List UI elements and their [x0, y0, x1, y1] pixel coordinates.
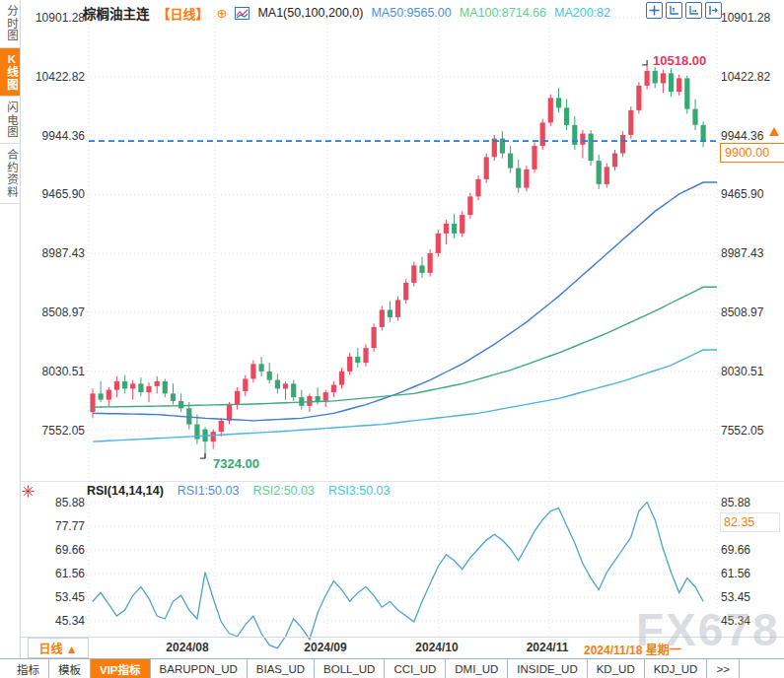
chart-title-bar: 棕榈油主连 【日线】 ⊕ MA1(50,100,200,0) MA50:9565…: [83, 3, 610, 23]
fit-vertical-axis-icon[interactable]: [666, 2, 682, 19]
ma200-value: MA200:82: [554, 6, 610, 20]
toolbar-tab-kdj[interactable]: KDJ_UD: [645, 659, 708, 678]
sidebar-tab-contract-info[interactable]: 合约资料: [0, 144, 20, 204]
toolbar-tab-dmi[interactable]: DMI_UD: [446, 659, 508, 678]
rsi-tick-label-left: 85.88: [28, 496, 85, 509]
low-price-label: 7324.00: [213, 456, 259, 471]
rsi1-value: RSI1:50.03: [178, 484, 240, 498]
last-price-badge: 9900.00: [720, 143, 784, 163]
price-tick-label-right: 8508.97: [721, 305, 782, 319]
chart-type-sidebar: 分时图 K线图 闪电图 合约资料: [0, 0, 21, 658]
crosshair-date-label: 2024/11/18 星期一: [584, 641, 681, 657]
toolbar-tab-vip-indicator[interactable]: VIP指标: [91, 659, 151, 678]
price-tick-label-right: 8030.51: [721, 365, 782, 378]
trading-app-window: FX678 分时图 K线图 闪电图 合约资料 棕榈油主连 【日线】 ⊕ MA1(…: [0, 0, 784, 678]
fit-horizontal-axis-icon[interactable]: [685, 2, 702, 19]
panel-divider: [20, 481, 784, 482]
price-tick-label-right: 10901.28: [721, 11, 782, 25]
price-tick-label-right: 9465.90: [721, 187, 782, 201]
ma100-value: MA100:8714.66: [460, 6, 546, 20]
candlestick-chart[interactable]: [0, 0, 784, 678]
price-tick-label-left: 8030.51: [28, 365, 85, 378]
expand-circle-icon[interactable]: ⊕: [217, 6, 228, 21]
price-tick-label-right: 10422.82: [721, 70, 782, 84]
rsi-tick-label-right: 69.66: [721, 543, 776, 557]
date-axis-label: 2024/11: [515, 641, 580, 654]
toolbar-tab-template[interactable]: 模板: [49, 659, 91, 678]
price-up-arrow-icon: [769, 127, 779, 136]
date-axis-label: 2024/08: [155, 641, 220, 654]
ma100-line: [93, 287, 717, 407]
date-axis-label: 2024/10: [404, 641, 469, 654]
indicator-toolbar: 指标 模板 VIP指标 BARUPDN_UD BIAS_UD BOLL_UD C…: [0, 658, 784, 678]
rsi-tick-label-right: 85.88: [721, 496, 776, 509]
period-selector[interactable]: 日线 ▲: [28, 638, 89, 658]
grid-lines: [87, 12, 717, 636]
ma50-value: MA50:9565.00: [371, 6, 451, 20]
mini-chart-icon[interactable]: [235, 7, 249, 20]
price-tick-label-left: 8987.43: [28, 246, 85, 260]
rsi2-value: RSI2:50.03: [252, 484, 315, 498]
price-tick-label-left: 8508.97: [28, 305, 85, 319]
toolbar-tab-more[interactable]: >>: [707, 659, 739, 678]
toolbar-tab-indicator[interactable]: 指标: [8, 659, 49, 678]
low-marker: [200, 453, 205, 458]
ma200-line: [93, 350, 717, 441]
rsi-tick-label-left: 53.45: [28, 590, 85, 604]
rsi-current-value-badge: 82.35: [720, 512, 780, 532]
crosshair-icon[interactable]: [646, 2, 663, 19]
price-tick-label-left: 7552.05: [28, 424, 85, 438]
scroll-right-icon[interactable]: [705, 2, 722, 19]
rsi3-value: RSI3:50.03: [328, 484, 391, 498]
toolbar-tab-inside[interactable]: INSIDE_UD: [508, 659, 587, 678]
rsi-tick-label-left: 45.34: [28, 614, 85, 628]
rsi-tick-label-right: 61.56: [721, 567, 776, 580]
rsi-indicator-header: RSI(14,14,14) RSI1:50.03 RSI2:50.03 RSI3…: [87, 484, 390, 498]
ma50-line: [93, 182, 717, 421]
symbol-name: 棕榈油主连: [83, 3, 150, 23]
period-label: 【日线】: [158, 4, 209, 23]
sidebar-tab-kline-chart[interactable]: K线图: [0, 48, 20, 97]
toolbar-tab-kd[interactable]: KD_UD: [588, 659, 645, 678]
toolbar-tab-bias[interactable]: BIAS_UD: [248, 659, 315, 678]
rsi-line: [93, 503, 703, 648]
rsi-tick-label-left: 61.56: [28, 567, 85, 580]
rsi-tick-label-right: 45.34: [721, 614, 776, 628]
date-axis-label: 2024/09: [293, 641, 358, 654]
rsi-tick-label-right: 53.45: [721, 590, 776, 604]
price-tick-label-right: 7552.05: [721, 424, 782, 438]
toolbar-tab-boll[interactable]: BOLL_UD: [315, 659, 385, 678]
price-tick-label-left: 10422.82: [28, 70, 85, 84]
price-tick-label-left: 9465.90: [28, 187, 85, 201]
ma-settings-label: MA1(50,100,200,0): [257, 6, 363, 20]
high-price-label: 10518.00: [653, 53, 706, 68]
chart-tool-buttons: [646, 2, 722, 19]
price-tick-label-right: 8987.43: [721, 246, 782, 260]
high-marker: [642, 60, 647, 65]
price-tick-label-left: 10901.28: [28, 11, 85, 25]
candles-series: [90, 65, 705, 458]
sidebar-tab-time-chart[interactable]: 分时图: [0, 0, 20, 48]
rsi-tick-label-left: 77.77: [28, 519, 85, 533]
sidebar-tab-lightning-chart[interactable]: 闪电图: [0, 97, 20, 145]
toolbar-tab-barupdn[interactable]: BARUPDN_UD: [151, 659, 248, 678]
axis-row-divider: [20, 637, 784, 638]
price-tick-label-left: 9944.36: [28, 129, 85, 143]
rsi-title: RSI(14,14,14): [87, 484, 164, 498]
rsi-tick-label-left: 69.66: [28, 543, 85, 557]
toolbar-tab-cci[interactable]: CCI_UD: [385, 659, 446, 678]
